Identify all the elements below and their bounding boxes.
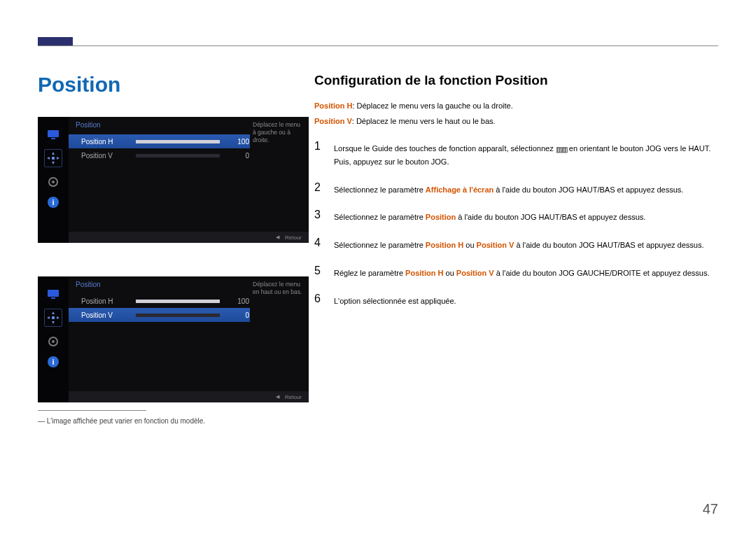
footnote-rule (38, 410, 146, 411)
page-number: 47 (703, 501, 718, 517)
osd-row-value: 100 (227, 297, 249, 305)
position-arrows-icon (44, 309, 62, 327)
page-title: Position (38, 73, 120, 97)
svg-rect-0 (48, 130, 59, 137)
svg-rect-6 (52, 157, 55, 160)
osd-title: Position (69, 276, 250, 294)
step-5: 5 Réglez le paramètre Position H ou Posi… (314, 265, 718, 280)
osd-slider (136, 140, 220, 143)
position-v-text: : Déplacez le menu vers le haut ou le ba… (352, 117, 496, 125)
gear-icon (45, 174, 62, 190)
monitor-icon (45, 286, 62, 302)
step-number: 5 (314, 265, 334, 277)
step-3: 3 Sélectionnez le paramètre Position à l… (314, 209, 718, 224)
osd-row-value: 0 (227, 311, 249, 319)
osd-footer: ◀ Retour (69, 232, 309, 243)
menu-icon: ▥▥ (556, 143, 567, 155)
step-number: 3 (314, 209, 334, 221)
back-arrow-icon: ◀ (276, 394, 279, 400)
svg-marker-14 (57, 316, 59, 319)
back-arrow-icon: ◀ (276, 234, 279, 240)
osd-slider (136, 314, 220, 317)
info-icon: i (48, 356, 59, 367)
info-icon: i (48, 197, 59, 208)
step-number: 2 (314, 181, 334, 194)
osd-title: Position (69, 117, 250, 134)
svg-marker-3 (52, 162, 55, 164)
svg-marker-12 (52, 321, 55, 324)
step-text: Sélectionnez le paramètre Position à l'a… (334, 209, 645, 224)
osd-footer-back: Retour (285, 394, 302, 400)
osd-row-label: Position H (81, 297, 136, 305)
gear-icon (45, 334, 62, 349)
osd-preview-2: i Position Position H 100 Position V 0 D… (38, 276, 309, 402)
osd-panel: Position Position H 100 Position V 0 (69, 276, 250, 391)
steps-list: 1 Lorsque le Guide des touches de foncti… (314, 140, 718, 307)
svg-rect-9 (48, 290, 59, 297)
section-heading: Configuration de la fonction Position (314, 73, 718, 88)
osd-row-position-v: Position V 0 (69, 148, 250, 162)
step-number: 4 (314, 237, 334, 249)
osd-row-value: 100 (227, 138, 249, 146)
svg-marker-4 (47, 157, 50, 160)
svg-marker-2 (52, 152, 55, 155)
svg-point-17 (52, 340, 55, 343)
step-text: Sélectionnez le paramètre Position H ou … (334, 237, 704, 252)
osd-row-position-h: Position H 100 (69, 294, 250, 308)
monitor-icon (45, 127, 62, 142)
osd-slider (136, 154, 220, 157)
osd-footer-back: Retour (285, 234, 302, 241)
position-v-label: Position V (314, 117, 352, 125)
step-text: L'option sélectionnée est appliquée. (334, 293, 456, 308)
definition-position-v: Position V: Déplacez le menu vers le hau… (314, 115, 718, 128)
right-column: Configuration de la fonction Position Po… (314, 73, 718, 320)
osd-sidebar: i (38, 117, 69, 243)
svg-marker-13 (47, 316, 50, 319)
svg-marker-5 (57, 157, 59, 160)
osd-row-label: Position V (81, 311, 136, 319)
osd-panel: Position Position H 100 Position V 0 (69, 117, 250, 232)
position-h-label: Position H (314, 101, 352, 110)
svg-rect-15 (52, 316, 55, 319)
step-text: Sélectionnez le paramètre Affichage à l'… (334, 181, 683, 197)
svg-marker-11 (52, 311, 55, 314)
osd-row-position-h: Position H 100 (69, 134, 250, 148)
step-2: 2 Sélectionnez le paramètre Affichage à … (314, 181, 718, 197)
osd-preview-1: i Position Position H 100 Position V 0 D… (38, 117, 309, 243)
step-1: 1 Lorsque le Guide des touches de foncti… (314, 140, 718, 168)
osd-row-label: Position V (81, 152, 136, 160)
svg-point-8 (52, 181, 55, 183)
osd-row-position-v: Position V 0 (69, 308, 250, 322)
step-6: 6 L'option sélectionnée est appliquée. (314, 293, 718, 308)
position-arrows-icon (44, 149, 62, 167)
step-number: 6 (314, 293, 334, 305)
header-rule (38, 45, 718, 46)
svg-rect-1 (51, 138, 55, 139)
position-h-text: : Déplacez le menu vers la gauche ou la … (352, 101, 512, 110)
step-text: Réglez le paramètre Position H ou Positi… (334, 265, 709, 280)
step-number: 1 (314, 140, 334, 153)
osd-footer: ◀ Retour (69, 391, 309, 402)
osd-slider (136, 300, 220, 303)
osd-hint: Déplacez le menu en haut ou en bas. (253, 281, 304, 296)
osd-row-value: 0 (227, 152, 249, 160)
osd-sidebar: i (38, 276, 69, 402)
definition-position-h: Position H: Déplacez le menu vers la gau… (314, 99, 718, 113)
step-4: 4 Sélectionnez le paramètre Position H o… (314, 237, 718, 252)
osd-row-label: Position H (81, 138, 136, 146)
svg-rect-10 (51, 297, 55, 299)
footnote: ― L'image affichée peut varier en foncti… (38, 417, 205, 425)
step-text: Lorsque le Guide des touches de fonction… (334, 140, 718, 168)
osd-hint: Déplacez le menu à gauche ou à droite. (253, 121, 304, 144)
